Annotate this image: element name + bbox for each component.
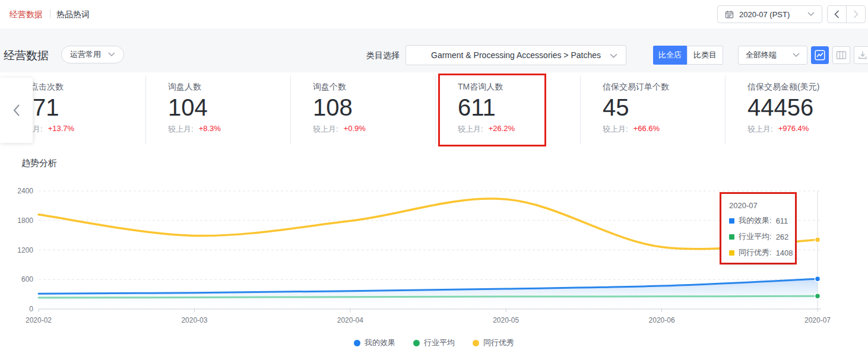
x-axis-label: 2020-07 — [804, 316, 831, 324]
calendar-icon — [725, 10, 734, 19]
metric-cards-row: 点击次数 71 较上月:+13.7% 询盘人数 104 较上月:+8.3% 询盘… — [0, 72, 868, 147]
chevron-down-icon — [793, 53, 800, 58]
download-button[interactable] — [854, 46, 868, 64]
chevron-left-icon — [12, 103, 21, 117]
month-pager — [827, 5, 866, 23]
legend-item-peer-excellent[interactable]: 同行优秀 — [473, 337, 514, 348]
legend-dot — [413, 340, 420, 346]
legend-item-my-performance[interactable]: 我的效果 — [354, 337, 395, 348]
section-title: 经营数据 — [4, 48, 49, 63]
y-axis-label: 600 — [21, 275, 33, 283]
card-title: 信保交易订单个数 — [603, 82, 725, 93]
category-dropdown[interactable]: Garment & Processing Accessories > Patch… — [406, 45, 626, 65]
prev-month-button[interactable] — [827, 5, 847, 23]
card-compare: 较上月:+66.6% — [603, 124, 725, 135]
preset-dropdown-value: 运营常用 — [70, 49, 101, 60]
legend-item-industry-average[interactable]: 行业平均 — [413, 337, 455, 348]
card-compare: 较上月:+8.3% — [168, 124, 290, 135]
y-axis-label: 1800 — [17, 216, 33, 225]
download-icon — [857, 50, 868, 60]
card-compare: 较上月:+13.7% — [17, 124, 145, 135]
series-end-dot — [815, 294, 821, 299]
metric-card-assurance-amount[interactable]: 信保交易金额(美元) 44456 较上月:+976.4% — [725, 72, 868, 147]
series-line — [39, 199, 818, 249]
x-axis-label: 2020-03 — [181, 316, 207, 324]
y-axis-label: 0 — [29, 305, 33, 313]
line-chart-icon — [815, 50, 825, 60]
x-axis-label: 2020-05 — [493, 316, 519, 324]
card-compare: 较上月:+26.2% — [458, 124, 580, 135]
card-value: 611 — [458, 94, 580, 121]
card-value: 71 — [33, 94, 145, 121]
y-axis-label: 2400 — [17, 187, 33, 195]
terminal-dropdown-value: 全部终端 — [746, 50, 777, 60]
card-value: 108 — [313, 94, 435, 121]
category-select-label: 类目选择 — [366, 50, 400, 61]
columns-icon — [836, 50, 847, 60]
y-axis-label: 1200 — [17, 246, 33, 254]
terminal-dropdown[interactable]: 全部终端 — [738, 46, 807, 65]
x-axis-label: 2020-04 — [337, 316, 363, 324]
chevron-down-icon — [807, 12, 815, 17]
compare-store-button[interactable]: 比全店 — [653, 46, 687, 65]
card-value: 44456 — [747, 94, 868, 121]
next-month-button[interactable] — [846, 5, 866, 23]
card-title: 点击次数 — [30, 82, 145, 93]
metric-card-inquiry-people[interactable]: 询盘人数 104 较上月:+8.3% — [145, 72, 290, 147]
dashboard-page: 经营数据 热品热词 2020-07 (PST) — [0, 0, 868, 357]
tab-divider — [50, 9, 50, 18]
chart-view-button[interactable] — [811, 46, 829, 64]
preset-dropdown[interactable]: 运营常用 — [61, 46, 124, 63]
card-title: 询盘个数 — [313, 82, 435, 93]
trend-chart[interactable]: 06001200180024002020-022020-032020-04202… — [0, 178, 868, 332]
month-picker[interactable]: 2020-07 (PST) — [717, 5, 822, 23]
chevron-down-icon — [108, 52, 115, 57]
card-title: 询盘人数 — [168, 82, 290, 93]
trend-section-title: 趋势分析 — [21, 158, 57, 169]
compare-category-button[interactable]: 比类目 — [687, 46, 723, 65]
card-value: 45 — [603, 94, 725, 121]
legend-dot — [473, 340, 479, 346]
legend-dot — [354, 340, 360, 346]
card-compare: 较上月:+976.4% — [747, 124, 868, 135]
top-bar: 经营数据 热品热词 2020-07 (PST) — [0, 0, 868, 28]
series-area — [39, 279, 818, 309]
tab-hot-keywords[interactable]: 热品热词 — [56, 9, 90, 20]
cards-carousel-prev-button[interactable] — [0, 78, 33, 143]
tab-operating-data[interactable]: 经营数据 — [9, 9, 43, 20]
x-axis-label: 2020-06 — [649, 316, 675, 324]
metric-card-tm-consult[interactable]: TM咨询人数 611 较上月:+26.2% — [435, 72, 580, 147]
card-compare: 较上月:+0.9% — [313, 124, 435, 135]
series-end-dot — [815, 237, 821, 243]
metric-card-assurance-orders[interactable]: 信保交易订单个数 45 较上月:+66.6% — [580, 72, 725, 147]
series-end-dot — [815, 276, 821, 282]
chevron-down-icon — [610, 53, 617, 59]
month-picker-value: 2020-07 (PST) — [739, 10, 802, 19]
table-view-button[interactable] — [832, 46, 850, 64]
card-title: 信保交易金额(美元) — [747, 82, 868, 93]
metric-card-inquiry-count[interactable]: 询盘个数 108 较上月:+0.9% — [290, 72, 435, 147]
x-axis-label: 2020-02 — [26, 316, 52, 324]
card-value: 104 — [168, 94, 290, 121]
category-dropdown-value: Garment & Processing Accessories > Patch… — [431, 50, 601, 60]
card-title: TM咨询人数 — [458, 82, 580, 93]
chart-legend: 我的效果 行业平均 同行优秀 — [0, 337, 868, 348]
